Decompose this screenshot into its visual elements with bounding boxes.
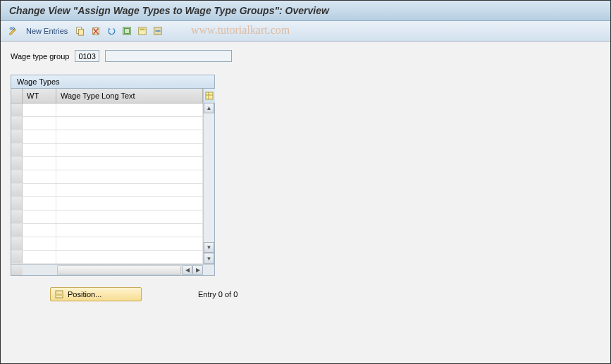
- cell-wt[interactable]: [23, 184, 56, 196]
- table-row: [11, 211, 203, 224]
- table-row: [11, 144, 203, 157]
- scroll-down-button[interactable]: ▼: [204, 242, 214, 253]
- footer-row: Position... Entry 0 of 0: [11, 287, 600, 301]
- row-selector[interactable]: [11, 157, 23, 170]
- wage-types-table: Wage Types WT Wage Type Long Text: [11, 75, 215, 276]
- cell-wt[interactable]: [23, 197, 56, 210]
- svg-rect-3: [79, 29, 84, 35]
- row-selector[interactable]: [11, 184, 23, 196]
- table-row: [11, 103, 203, 117]
- column-header-wt[interactable]: WT: [23, 89, 56, 103]
- cell-long-text[interactable]: [56, 251, 203, 263]
- cell-wt[interactable]: [23, 251, 56, 263]
- cell-long-text[interactable]: [56, 237, 203, 250]
- page-title: Change View "Assign Wage Types to Wage T…: [9, 5, 329, 16]
- cell-wt[interactable]: [23, 237, 56, 250]
- entry-status: Entry 0 of 0: [198, 290, 237, 299]
- chevron-right-icon: ▶: [196, 267, 200, 273]
- cell-long-text[interactable]: [56, 130, 203, 143]
- table-caption: Wage Types: [11, 75, 214, 89]
- chevron-left-icon: ◀: [185, 267, 190, 273]
- row-selector[interactable]: [11, 237, 23, 250]
- select-all-icon: [122, 26, 132, 36]
- scroll-page-down-button[interactable]: ▼: [204, 253, 214, 264]
- row-selector[interactable]: [11, 251, 23, 263]
- table-row: [11, 130, 203, 144]
- table-settings-icon: [205, 92, 214, 100]
- table-row: [11, 237, 203, 251]
- cell-wt[interactable]: [23, 170, 56, 183]
- cell-long-text[interactable]: [56, 211, 203, 223]
- cell-wt[interactable]: [23, 211, 56, 223]
- svg-rect-9: [139, 27, 147, 35]
- cell-wt[interactable]: [23, 224, 56, 237]
- chevron-down-icon: ▼: [206, 244, 212, 251]
- row-selector[interactable]: [11, 117, 23, 130]
- wage-type-group-description: [105, 50, 232, 62]
- scroll-track-vertical[interactable]: [204, 113, 214, 242]
- cell-long-text[interactable]: [56, 184, 203, 196]
- row-selector[interactable]: [11, 197, 23, 210]
- cell-wt[interactable]: [23, 103, 56, 116]
- copy-as-button[interactable]: [73, 24, 87, 38]
- cell-wt[interactable]: [23, 157, 56, 170]
- cell-long-text[interactable]: [56, 103, 203, 116]
- position-icon: [55, 290, 63, 299]
- row-selector[interactable]: [11, 103, 23, 116]
- cell-wt[interactable]: [23, 117, 56, 130]
- table-header-row: WT Wage Type Long Text: [11, 89, 203, 103]
- table-row: [11, 170, 203, 184]
- column-header-long-text[interactable]: Wage Type Long Text: [56, 89, 203, 103]
- cell-long-text[interactable]: [56, 170, 203, 183]
- position-button-label: Position...: [68, 290, 101, 299]
- svg-rect-10: [140, 29, 145, 31]
- cell-wt[interactable]: [23, 144, 56, 156]
- table-body: [11, 103, 203, 264]
- row-selector[interactable]: [11, 144, 23, 156]
- cell-long-text[interactable]: [56, 117, 203, 130]
- table-row: [11, 251, 203, 264]
- scroll-right-button[interactable]: ▶: [192, 265, 203, 275]
- row-selector[interactable]: [11, 130, 23, 143]
- svg-point-0: [10, 27, 12, 30]
- content-area: Wage type group 0103 Wage Types WT Wage …: [1, 42, 610, 310]
- table-row-selector-header[interactable]: [11, 89, 23, 103]
- scroll-left-button[interactable]: ◀: [182, 265, 192, 275]
- cell-long-text[interactable]: [56, 144, 203, 156]
- table-row: [11, 224, 203, 237]
- vertical-scrollbar: ▲ ▼ ▼: [203, 89, 214, 264]
- scroll-track-horizontal[interactable]: [57, 265, 181, 275]
- cell-wt[interactable]: [23, 130, 56, 143]
- toolbar: New Entries: [1, 21, 610, 42]
- delete-button[interactable]: [89, 24, 103, 38]
- watermark-text: www.tutorialkart.com: [191, 24, 290, 37]
- chevron-up-icon: ▲: [206, 105, 212, 111]
- table-settings-button[interactable]: [204, 89, 215, 103]
- select-all-button[interactable]: [120, 24, 134, 38]
- undo-button[interactable]: [104, 24, 118, 38]
- scroll-up-button[interactable]: ▲: [204, 103, 214, 113]
- table-row: [11, 197, 203, 211]
- new-entries-button[interactable]: New Entries: [26, 27, 68, 35]
- table-row: [11, 117, 203, 130]
- row-selector[interactable]: [11, 224, 23, 237]
- position-button[interactable]: Position...: [50, 287, 142, 301]
- svg-rect-17: [56, 294, 63, 296]
- wage-type-group-value[interactable]: 0103: [75, 50, 99, 62]
- wage-type-group-label: Wage type group: [11, 52, 69, 61]
- select-block-button[interactable]: [135, 24, 149, 38]
- svg-point-1: [13, 27, 15, 30]
- cell-long-text[interactable]: [56, 157, 203, 170]
- deselect-all-button[interactable]: [151, 24, 165, 38]
- row-selector[interactable]: [11, 211, 23, 223]
- chevron-down-icon: ▼: [206, 256, 212, 262]
- pencil-glasses-icon: [8, 26, 18, 36]
- toggle-display-change-button[interactable]: [6, 24, 20, 38]
- undo-icon: [106, 26, 116, 36]
- cell-long-text[interactable]: [56, 197, 203, 210]
- deselect-all-icon: [153, 26, 163, 36]
- row-selector[interactable]: [11, 170, 23, 183]
- table-row: [11, 184, 203, 197]
- cell-long-text[interactable]: [56, 224, 203, 237]
- copy-icon: [75, 26, 85, 36]
